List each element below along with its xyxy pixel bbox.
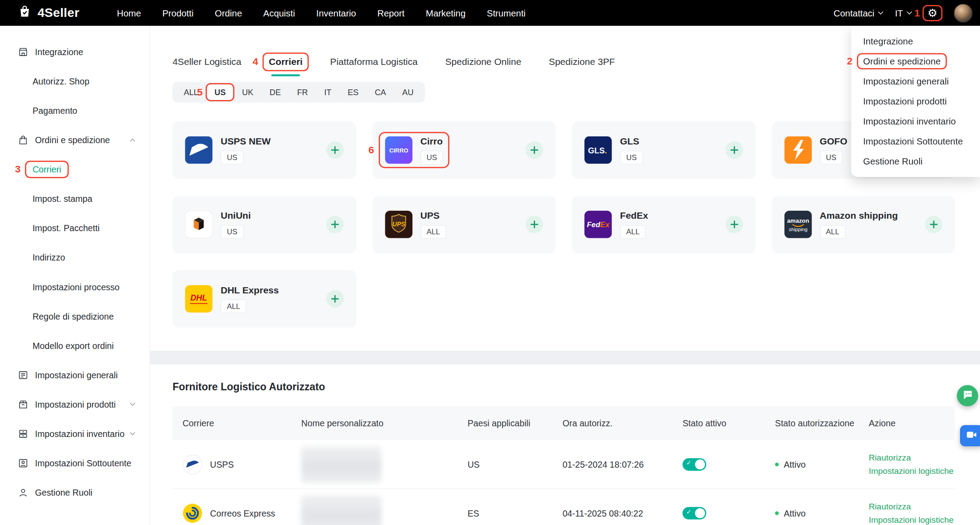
bag-icon	[17, 134, 28, 145]
tab-spedizione-3pf[interactable]: Spedizione 3PF	[549, 56, 615, 68]
filter-us[interactable]: US5	[207, 84, 233, 100]
add-courier-button[interactable]	[526, 216, 543, 233]
sidebar: IntegrazioneAutorizz. ShopPagamentoOrdin…	[0, 26, 150, 525]
filter-ca[interactable]: CA	[367, 84, 393, 100]
video-help-button[interactable]	[960, 425, 980, 446]
column-header-ora-autorizz: Ora autorizz.	[552, 417, 672, 429]
authorized-providers-section: Fornitore Logistico Autorizzato Corriere…	[150, 365, 980, 525]
sidebar-item-impostazioni-sottoutente[interactable]: Impostazioni Sottoutente	[0, 448, 149, 477]
svg-text:shipping: shipping	[788, 227, 807, 232]
add-courier-button[interactable]	[725, 216, 743, 233]
active-toggle[interactable]	[683, 507, 706, 519]
menu-item-gestione-ruoli[interactable]: Gestione Ruoli	[851, 151, 980, 171]
action-riautorizza[interactable]: Riautorizza	[869, 453, 911, 462]
country-chip: ALL	[220, 300, 246, 313]
status-dot-icon	[775, 511, 779, 515]
custom-name-cell	[291, 495, 457, 525]
ups-logo-icon: UPS	[385, 211, 412, 238]
correos-express-logo-icon	[183, 503, 203, 523]
country-chip: US	[420, 151, 444, 164]
sidebar-item-label: Impost. Pacchetti	[32, 223, 100, 233]
add-courier-button[interactable]	[326, 141, 343, 159]
action-riautorizza[interactable]: Riautorizza	[869, 502, 911, 511]
courier-card-main: UniUniUS	[185, 210, 251, 239]
filter-es[interactable]: ES	[340, 84, 366, 100]
menu-item-impostazioni-generali[interactable]: Impostazioni generali	[851, 71, 980, 91]
sidebar-item-label: Gestione Ruoli	[35, 487, 92, 497]
column-header-azione: Azione	[859, 417, 955, 429]
sidebar-item-autorizz-shop[interactable]: Autorizz. Shop	[0, 66, 149, 96]
navbar-menu: HomeProdottiOrdineAcquistiInventarioRepo…	[117, 8, 526, 18]
courier-card-gls: GLS.GLSUS	[572, 121, 756, 179]
nav-item-home[interactable]: Home	[117, 8, 141, 18]
4seller-logo-icon	[17, 4, 32, 21]
add-courier-button[interactable]	[326, 216, 343, 233]
sidebar-item-corrieri[interactable]: Corrieri3	[0, 154, 149, 184]
sidebar-item-pagamento[interactable]: Pagamento	[0, 96, 149, 125]
settings-gear-button[interactable]: ⚙ 1	[924, 6, 941, 20]
navbar-right: Contattaci IT ⚙ 1	[833, 4, 972, 22]
courier-card-fedex: FedExFedExALL	[572, 196, 756, 253]
action-impostazioni-logistiche[interactable]: Impostazioni logistiche	[869, 466, 954, 475]
nav-item-marketing[interactable]: Marketing	[426, 8, 466, 18]
column-header-paesi-applicabili: Paesi applicabili	[457, 417, 552, 429]
menu-item-ordini-e-spedizione[interactable]: Ordini e spedizione2	[851, 51, 980, 71]
sidebar-item-gestione-ruoli[interactable]: Gestione Ruoli	[0, 477, 149, 507]
menu-item-impostazioni-inventario[interactable]: Impostazioni inventario	[851, 111, 980, 131]
tab-spedizione-online[interactable]: Spedizione Online	[445, 56, 521, 68]
courier-name: Amazon shipping	[820, 210, 898, 221]
menu-item-impostazioni-prodotti[interactable]: Impostazioni prodotti	[851, 91, 980, 111]
tab-corrieri[interactable]: Corrieri4	[269, 56, 303, 68]
annotation-number: 4	[252, 56, 258, 68]
sidebar-item-modello-export-ordini[interactable]: Modello export ordini	[0, 331, 149, 360]
brand[interactable]: 4Seller	[17, 4, 79, 21]
sidebar-item-impostazioni-generali[interactable]: Impostazioni generali	[0, 360, 149, 389]
tab-4seller-logistica[interactable]: 4Seller Logistica	[172, 56, 241, 68]
sidebar-item-impost-pacchetti[interactable]: Impost. Pacchetti	[0, 213, 149, 243]
courier-card-grid: USPS NEWUSCIRROCirroUS6GLS.GLSUSGOFOUSUn…	[172, 121, 955, 328]
sidebar-item-impostazioni-processo[interactable]: Impostazioni processo	[0, 272, 149, 301]
active-toggle[interactable]	[683, 458, 706, 470]
nav-item-acquisti[interactable]: Acquisti	[263, 8, 295, 18]
add-courier-button[interactable]	[725, 141, 743, 159]
sidebar-item-ordini-e-spedizione[interactable]: Ordini e spedizione	[0, 125, 149, 154]
nav-item-inventario[interactable]: Inventario	[316, 8, 356, 18]
uniuni-logo-icon	[185, 211, 212, 238]
settings-dropdown: IntegrazioneOrdini e spedizione2Impostaz…	[851, 26, 980, 177]
user-avatar[interactable]	[954, 4, 972, 22]
contact-menu[interactable]: Contattaci	[833, 8, 882, 18]
sidebar-item-impostazioni-prodotti[interactable]: Impostazioni prodotti	[0, 389, 149, 419]
add-courier-button[interactable]	[925, 216, 942, 233]
language-menu[interactable]: IT	[895, 8, 911, 18]
menu-item-impostazioni-sottoutente[interactable]: Impostazioni Sottoutente	[851, 131, 980, 151]
sidebar-item-impostazioni-inventario[interactable]: Impostazioni inventario	[0, 419, 149, 448]
sidebar-item-label: Indirizzo	[32, 252, 65, 262]
sidebar-item-integrazione[interactable]: Integrazione	[0, 37, 149, 66]
column-header-nome-personalizzato: Nome personalizzato	[291, 417, 457, 429]
menu-item-integrazione[interactable]: Integrazione	[851, 31, 980, 51]
nav-item-report[interactable]: Report	[377, 8, 404, 18]
table-header: CorriereNome personalizzatoPaesi applica…	[172, 406, 955, 440]
svg-text:UPS: UPS	[392, 220, 405, 228]
courier-info: FedExALL	[620, 210, 648, 239]
chat-widget-button[interactable]	[957, 385, 978, 406]
filter-fr[interactable]: FR	[290, 84, 316, 100]
nav-item-ordine[interactable]: Ordine	[215, 8, 242, 18]
tab-piattaforma-logistica[interactable]: Piattaforma Logistica	[330, 56, 418, 68]
status-cell: Attivo	[765, 459, 859, 469]
filter-au[interactable]: AU	[395, 84, 421, 100]
inventory-icon	[17, 428, 28, 439]
filter-it[interactable]: IT	[317, 84, 339, 100]
sidebar-item-label: Ordini e spedizione	[35, 135, 110, 145]
sidebar-item-indirizzo[interactable]: Indirizzo	[0, 243, 149, 272]
filter-uk[interactable]: UK	[235, 84, 261, 100]
add-courier-button[interactable]	[326, 290, 343, 308]
action-impostazioni-logistiche[interactable]: Impostazioni logistiche	[869, 515, 954, 524]
sidebar-item-impost-stampa[interactable]: Impost. stampa	[0, 184, 149, 213]
nav-item-prodotti[interactable]: Prodotti	[162, 8, 193, 18]
filter-de[interactable]: DE	[262, 84, 288, 100]
sidebar-item-regole-di-spedizione[interactable]: Regole di spedizione	[0, 301, 149, 331]
add-courier-button[interactable]	[526, 141, 543, 159]
chat-bubble-icon	[962, 389, 974, 403]
nav-item-strumenti[interactable]: Strumenti	[487, 8, 525, 18]
